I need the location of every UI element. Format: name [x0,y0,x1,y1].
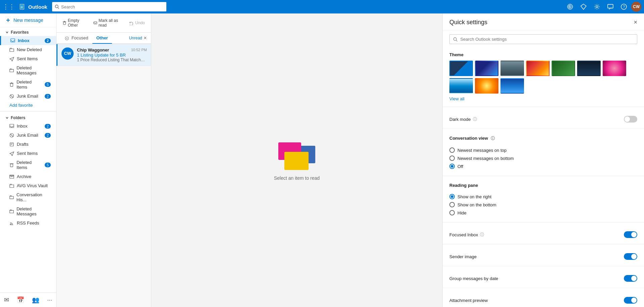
settings-icon[interactable] [591,1,603,13]
sender-image-toggle[interactable] [624,253,637,260]
svg-rect-36 [93,22,97,24]
dark-mode-toggle[interactable] [624,116,637,123]
add-favorite-button[interactable]: Add favorite [0,101,56,110]
reading-pane-bottom-radio[interactable] [449,202,455,207]
email-time: 10:52 PM [131,48,147,52]
delete-icon2 [9,163,14,167]
email-item[interactable]: CW Chip Waggoner 10:52 PM 1 Listing Upda… [56,44,151,66]
quick-settings-close-button[interactable]: × [634,19,637,26]
sidebar-folder-drafts[interactable]: Drafts [0,140,56,149]
tab-other[interactable]: Other [92,33,112,44]
sidebar-item-deleted-items-fav[interactable]: Deleted Items 5 [0,77,56,92]
theme-swatch-star[interactable] [475,78,498,94]
conv-off-option[interactable]: Off [449,162,637,170]
view-all-themes-link[interactable]: View all [449,96,637,101]
sidebar-folder-junk[interactable]: Junk Email 2 [0,131,56,140]
focused-inbox-toggle[interactable] [624,231,637,238]
topbar: ⋮⋮ O Outlook S ? CW [0,0,644,13]
sidebar-folder-rss[interactable]: RSS Feeds [0,218,56,228]
reading-pane: Select an item to read [151,13,442,307]
mark-all-read-button[interactable]: Mark all as read [91,17,125,29]
email-list-panel: Empty Other Mark all as read Undo Focuse… [56,13,151,307]
dark-mode-section: Dark mode ⓘ [443,110,644,129]
attachment-preview-label: Attachment preview [449,298,488,303]
theme-swatch-lake[interactable] [449,78,473,94]
diamond-icon[interactable] [577,1,590,13]
sender-image-label: Sender image [449,254,477,259]
theme-swatch-circuit[interactable] [552,61,575,76]
undo-icon [129,21,134,25]
global-search-bar[interactable] [52,2,166,11]
help-icon[interactable]: ? [618,1,630,13]
qs-search-bar[interactable] [449,34,637,44]
sidebar-folder-deleted-msgs[interactable]: Deleted Messages [0,204,56,218]
conv-off-radio[interactable] [449,164,455,169]
reading-pane-hide-option[interactable]: Hide [449,209,637,217]
focused-inbox-info-icon[interactable]: ⓘ [480,232,484,238]
reading-pane-hide-radio[interactable] [449,210,455,215]
skype-icon[interactable]: S [564,1,576,13]
empty-icon [63,21,67,25]
sidebar-folder-deleted[interactable]: Deleted Items 5 [0,158,56,172]
focused-inbox-row: Focused Inbox ⓘ [449,229,637,240]
svg-rect-33 [63,22,66,25]
folders-header[interactable]: Folders [0,113,56,122]
group-messages-toggle[interactable] [624,275,637,282]
reading-pane-right-option[interactable]: Show on the right [449,193,637,201]
new-message-button[interactable]: New message [0,13,56,27]
chevron-down-icon2 [5,116,9,120]
sidebar-folder-avg[interactable]: AVG Virus Vault [0,181,56,190]
reading-pane-bottom-option[interactable]: Show on the bottom [449,201,637,209]
sidebar-item-deleted-msgs-fav[interactable]: Deleted Messages [0,63,56,77]
conv-newest-bottom-radio[interactable] [449,156,455,161]
conv-newest-bottom-option[interactable]: Newest messages on bottom [449,154,637,162]
dark-mode-info-icon[interactable]: ⓘ [473,116,477,122]
mail-nav-icon[interactable]: ✉ [3,295,10,305]
sidebar-item-sent-fav[interactable]: Sent Items [0,54,56,63]
theme-swatch-royal-blue[interactable] [475,61,498,76]
svg-point-38 [67,38,68,39]
attachment-preview-toggle[interactable] [624,297,637,304]
reading-pane-right-radio[interactable] [449,194,455,199]
sidebar-folder-convhis[interactable]: Conversation His... [0,190,56,204]
dark-mode-row: Dark mode ⓘ [449,114,637,125]
svg-point-4 [55,5,58,8]
theme-swatch-sunset[interactable] [526,61,550,76]
theme-swatch-dark-wave[interactable] [577,61,601,76]
qs-search-input[interactable] [460,37,634,42]
conv-newest-top-radio[interactable] [449,147,455,153]
user-avatar[interactable]: CW [631,2,641,12]
quick-settings-panel: Quick settings × Theme View all [442,13,644,307]
email-toolbar: Empty Other Mark all as read Undo [56,13,151,33]
sidebar-folder-sent[interactable]: Sent Items [0,149,56,158]
unread-filter[interactable]: Unread ✕ [129,36,147,40]
sender-image-row: Sender image [449,251,637,262]
folder-icon [9,47,14,52]
more-nav-icon[interactable]: ··· [46,295,53,305]
grid-icon[interactable]: ⋮⋮ [3,3,15,10]
conv-view-info-icon[interactable]: ⓘ [491,136,495,141]
sidebar-item-inbox-fav[interactable]: Inbox 2 [0,36,56,45]
conversation-view-section: Conversation view ⓘ Newest messages on t… [443,132,644,176]
people-nav-icon[interactable]: 👥 [31,295,41,305]
theme-swatch-default[interactable] [449,61,473,76]
favorites-header[interactable]: Favorites [0,27,56,36]
sidebar-item-new-deleted-fav[interactable]: New Deleted [0,45,56,54]
conversation-view-label: Conversation view ⓘ [449,136,637,141]
empty-other-button[interactable]: Empty Other [61,17,89,29]
sidebar-item-junk-fav[interactable]: Junk Email 2 [0,92,56,101]
theme-swatch-mountain[interactable] [500,61,524,76]
undo-button[interactable]: Undo [127,19,147,27]
theme-swatch-pink[interactable] [603,61,626,76]
theme-swatch-blue-wave[interactable] [500,78,524,94]
tab-focused[interactable]: Focused [61,33,92,44]
sidebar-folder-inbox[interactable]: Inbox 2 [0,122,56,131]
group-messages-label: Group messages by date [449,276,498,281]
search-input[interactable] [61,4,164,9]
mark-read-icon [93,21,97,25]
conv-newest-top-option[interactable]: Newest messages on top [449,146,637,154]
feedback-icon[interactable] [604,1,616,13]
clear-filter-button[interactable]: ✕ [144,36,147,40]
calendar-nav-icon[interactable]: 📅 [15,295,26,305]
sidebar-folder-archive[interactable]: Archive [0,172,56,181]
